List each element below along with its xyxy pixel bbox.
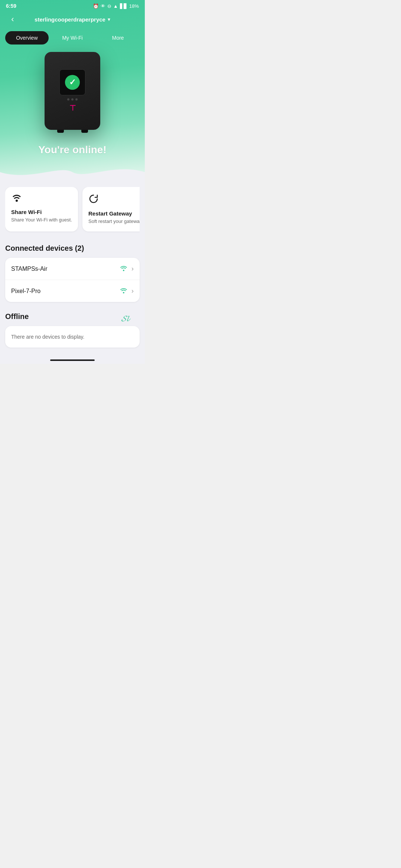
back-icon: ‹ — [11, 14, 14, 24]
offline-card: There are no devices to display. — [5, 326, 140, 348]
back-button[interactable]: ‹ — [6, 13, 19, 26]
bottom-indicator — [0, 355, 145, 364]
online-status-text: You're online! — [0, 137, 145, 165]
svg-point-0 — [16, 200, 18, 202]
network-name: sterlingcooperdraperpryce — [35, 16, 105, 23]
wifi-connected-icon-stamps — [120, 264, 128, 273]
router-screen: ✓ — [59, 69, 85, 95]
tab-mywifi[interactable]: My Wi-Fi — [51, 31, 94, 45]
offline-section: Offline 𝓢𝓵 There are no devices to displ… — [5, 312, 140, 348]
device-row-pixel[interactable]: Pixel-7-Pro › — [5, 280, 140, 302]
tab-bar: Overview My Wi-Fi More — [5, 31, 140, 45]
router-dot-2 — [71, 98, 74, 101]
online-check-icon: ✓ — [65, 75, 80, 90]
connected-devices-card: STAMPSs-Air › Pixel-7-Pro — [5, 258, 140, 302]
wave-separator — [0, 161, 145, 180]
device-name-pixel: Pixel-7-Pro — [11, 288, 40, 295]
tab-overview[interactable]: Overview — [5, 31, 49, 45]
restart-desc: Soft restart your gateway. — [88, 218, 140, 225]
device-row-stamps[interactable]: STAMPSs-Air › — [5, 258, 140, 280]
share-wifi-card[interactable]: Share Wi-Fi Share Your Wi-Fi with guest. — [5, 187, 78, 231]
connected-devices-title: Connected devices (2) — [5, 244, 140, 253]
restart-title: Restart Gateway — [88, 210, 140, 217]
device-name-stamps: STAMPSs-Air — [11, 266, 47, 272]
router-dot-3 — [75, 98, 78, 101]
mute-icon: ⊖ — [107, 3, 111, 9]
router-image-container: ✓ ⊤ — [0, 48, 145, 137]
router-nav-dots — [67, 98, 78, 101]
chevron-right-stamps: › — [131, 265, 134, 273]
share-wifi-title: Share Wi-Fi — [11, 209, 72, 215]
chevron-right-pixel: › — [131, 287, 134, 295]
home-indicator — [50, 359, 95, 361]
offline-title: Offline — [5, 312, 140, 321]
status-bar: 6:59 ⏰ 👁 ⊖ ▲ ▋▊ 18% — [0, 0, 145, 10]
wifi-connected-icon-pixel — [120, 287, 128, 295]
app-header: ‹ sterlingcooperdraperpryce ▾ — [0, 10, 145, 30]
router-body: ✓ ⊤ — [45, 52, 100, 130]
svg-text:𝓢𝓵: 𝓢𝓵 — [121, 314, 131, 323]
offline-empty-text: There are no devices to display. — [11, 334, 84, 340]
restart-icon — [88, 194, 140, 207]
tab-more[interactable]: More — [96, 31, 140, 45]
router-image: ✓ ⊤ — [39, 52, 106, 137]
share-wifi-icon — [11, 194, 72, 205]
router-foot-right — [81, 130, 88, 133]
sl-logo: 𝓢𝓵 — [121, 312, 140, 326]
device-right-pixel: › — [120, 287, 134, 295]
chevron-down-icon: ▾ — [108, 16, 110, 22]
content-area: Share Wi-Fi Share Your Wi-Fi with guest.… — [0, 180, 145, 355]
share-wifi-desc: Share Your Wi-Fi with guest. — [11, 217, 72, 223]
router-dot-1 — [67, 98, 69, 101]
alarm-icon: ⏰ — [93, 3, 99, 9]
signal-icon: ▋▊ — [120, 3, 127, 9]
quick-actions-row: Share Wi-Fi Share Your Wi-Fi with guest.… — [5, 187, 140, 234]
status-icons: ⏰ 👁 ⊖ ▲ ▋▊ 18% — [93, 3, 139, 9]
device-right-stamps: › — [120, 264, 134, 273]
router-feet — [48, 130, 97, 133]
tmobile-logo: ⊤ — [69, 103, 76, 112]
restart-gateway-card[interactable]: Restart Gateway Soft restart your gatewa… — [82, 187, 140, 231]
wifi-status-icon: ▲ — [113, 3, 118, 9]
status-time: 6:59 — [6, 3, 16, 9]
battery-status: 18% — [129, 3, 139, 9]
eye-icon: 👁 — [101, 3, 105, 9]
header-title-row[interactable]: sterlingcooperdraperpryce ▾ — [35, 16, 110, 23]
router-foot-left — [57, 130, 64, 133]
